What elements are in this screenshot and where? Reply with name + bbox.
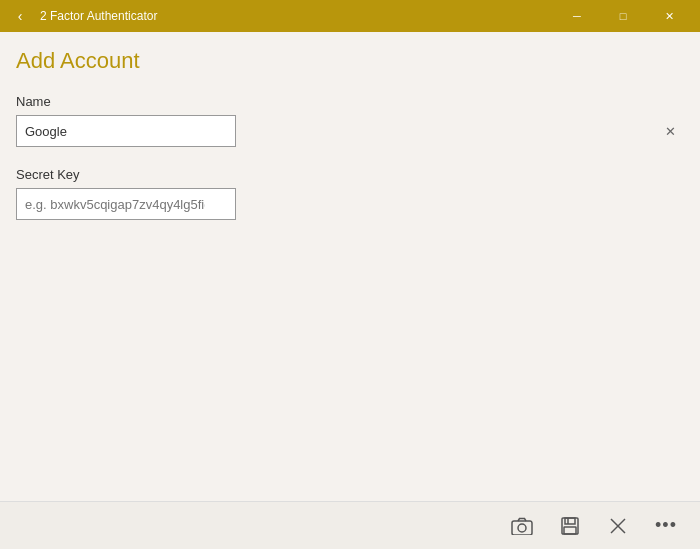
cancel-button[interactable]: [596, 504, 640, 548]
maximize-button[interactable]: □: [600, 0, 646, 32]
secret-key-label: Secret Key: [16, 167, 684, 182]
minimize-button[interactable]: ─: [554, 0, 600, 32]
svg-rect-4: [564, 527, 576, 534]
window-controls: ─ □ ✕: [554, 0, 692, 32]
app-title: 2 Factor Authenticator: [40, 9, 157, 23]
title-bar-left: ‹ 2 Factor Authenticator: [8, 4, 157, 28]
bottom-bar: •••: [0, 501, 700, 549]
camera-button[interactable]: [500, 504, 544, 548]
name-clear-button[interactable]: ✕: [660, 121, 680, 141]
save-icon: [560, 516, 580, 536]
secret-key-wrapper: [16, 188, 684, 220]
cancel-icon: [609, 517, 627, 535]
more-icon: •••: [655, 515, 677, 536]
name-input[interactable]: [16, 115, 236, 147]
camera-icon: [511, 517, 533, 535]
name-label: Name: [16, 94, 684, 109]
main-content: Add Account Name ✕ Secret Key: [0, 32, 700, 501]
secret-key-input[interactable]: [16, 188, 236, 220]
svg-rect-3: [565, 518, 575, 524]
more-button[interactable]: •••: [644, 504, 688, 548]
svg-point-1: [518, 524, 526, 532]
page-title: Add Account: [16, 48, 684, 74]
svg-rect-0: [512, 521, 532, 535]
back-button[interactable]: ‹: [8, 4, 32, 28]
close-button[interactable]: ✕: [646, 0, 692, 32]
title-bar: ‹ 2 Factor Authenticator ─ □ ✕: [0, 0, 700, 32]
save-button[interactable]: [548, 504, 592, 548]
name-field-wrapper: ✕: [16, 115, 684, 147]
